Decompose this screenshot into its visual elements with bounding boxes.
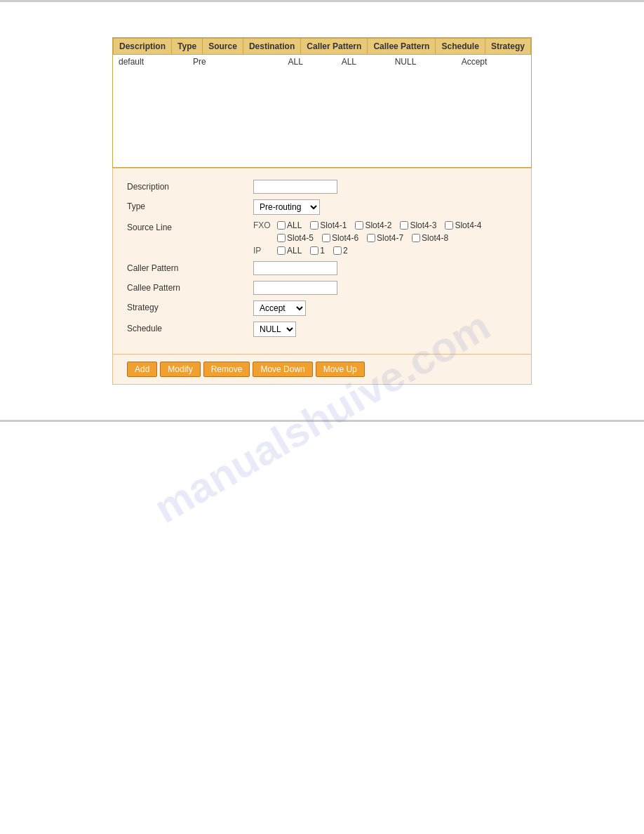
col-callee-pattern: Callee Pattern — [368, 39, 436, 55]
fxo-checkboxes-row1: ALL Slot4-1 Slot4-2 Slot4-3 Slot4-4 — [277, 220, 481, 230]
strategy-control: Accept Reject Redirect — [253, 300, 517, 316]
top-border — [0, 0, 644, 2]
cell-type: Pre — [187, 55, 237, 69]
type-control: Pre-routing Post-routing — [253, 199, 517, 215]
cell-callee-pattern: ALL — [336, 55, 389, 69]
cell-source — [236, 55, 260, 69]
ip-checkboxes: ALL 1 2 — [277, 246, 348, 256]
fxo-slot41-item: Slot4-1 — [310, 220, 347, 230]
strategy-select[interactable]: Accept Reject Redirect — [253, 300, 306, 316]
fxo-all-checkbox[interactable] — [277, 221, 286, 230]
fxo-slot45-checkbox[interactable] — [277, 234, 286, 242]
ip-all-item: ALL — [277, 246, 302, 256]
source-line-control: FXO ALL Slot4-1 Slot4-2 Slot4-3 — [253, 220, 517, 256]
fxo-slot41-checkbox[interactable] — [310, 221, 318, 230]
call-routing-table-wrapper: Description Type Source Destination Call… — [112, 37, 532, 168]
col-schedule: Schedule — [436, 39, 485, 55]
fxo-slot46-item: Slot4-6 — [322, 233, 358, 243]
schedule-row: Schedule NULL — [127, 322, 517, 337]
col-type: Type — [172, 39, 203, 55]
description-input[interactable] — [253, 180, 337, 194]
description-control — [253, 180, 517, 194]
modify-button[interactable]: Modify — [160, 362, 200, 377]
fxo-slot48-checkbox[interactable] — [412, 234, 420, 242]
fxo-slot48-label: Slot4-8 — [422, 233, 448, 243]
bottom-border — [0, 420, 644, 422]
schedule-label: Schedule — [127, 322, 253, 333]
source-line-label: Source Line — [127, 220, 253, 232]
schedule-control: NULL — [253, 322, 517, 337]
ip-2-label: 2 — [343, 246, 348, 256]
callee-pattern-label: Callee Pattern — [127, 281, 253, 293]
table-body-area[interactable]: default Pre ALL ALL NULL Accept — [113, 55, 531, 167]
cell-destination — [260, 55, 283, 69]
col-destination: Destination — [243, 39, 300, 55]
type-label: Type — [127, 199, 253, 211]
fxo-slot41-label: Slot4-1 — [320, 220, 347, 230]
strategy-row: Strategy Accept Reject Redirect — [127, 300, 517, 316]
cell-caller-pattern: ALL — [283, 55, 336, 69]
type-select[interactable]: Pre-routing Post-routing — [253, 199, 320, 215]
col-strategy: Strategy — [485, 39, 530, 55]
form-section: Description Type Pre-routing Post-routin… — [112, 168, 532, 355]
fxo-slot47-label: Slot4-7 — [377, 233, 403, 243]
ip-2-item: 2 — [333, 246, 348, 256]
ip-2-checkbox[interactable] — [333, 246, 342, 255]
fxo-slot43-checkbox[interactable] — [400, 221, 408, 230]
fxo-all-item: ALL — [277, 220, 302, 230]
fxo-slot42-label: Slot4-2 — [365, 220, 391, 230]
col-description: Description — [114, 39, 172, 55]
ip-1-label: 1 — [320, 246, 325, 256]
callee-pattern-control — [253, 281, 517, 295]
fxo-slot46-label: Slot4-6 — [332, 233, 358, 243]
callee-pattern-input[interactable] — [253, 281, 337, 295]
fxo-slot44-item: Slot4-4 — [445, 220, 481, 230]
col-source: Source — [203, 39, 243, 55]
cell-description: default — [113, 55, 187, 69]
button-row: Add Modify Remove Move Down Move Up — [112, 355, 532, 385]
fxo-all-label: ALL — [287, 220, 302, 230]
table-row[interactable]: default Pre ALL ALL NULL Accept — [113, 55, 531, 69]
description-label: Description — [127, 180, 253, 192]
cell-schedule: NULL — [389, 55, 456, 69]
ip-all-checkbox[interactable] — [277, 246, 286, 255]
fxo-row2: Slot4-5 Slot4-6 Slot4-7 Slot4-8 — [253, 233, 517, 243]
caller-pattern-label: Caller Pattern — [127, 261, 253, 273]
cell-strategy: Accept — [456, 55, 531, 69]
strategy-label: Strategy — [127, 300, 253, 312]
fxo-row1: FXO ALL Slot4-1 Slot4-2 Slot4-3 — [253, 220, 517, 230]
col-caller-pattern: Caller Pattern — [301, 39, 368, 55]
fxo-slot42-item: Slot4-2 — [355, 220, 391, 230]
fxo-label: FXO — [253, 220, 274, 230]
fxo-slot46-checkbox[interactable] — [322, 234, 330, 242]
move-up-button[interactable]: Move Up — [316, 362, 365, 377]
fxo-checkboxes-row2: Slot4-5 Slot4-6 Slot4-7 Slot4-8 — [277, 233, 448, 243]
fxo-slot43-label: Slot4-3 — [410, 220, 436, 230]
move-down-button[interactable]: Move Down — [253, 362, 312, 377]
type-row: Type Pre-routing Post-routing — [127, 199, 517, 215]
description-row: Description — [127, 180, 517, 194]
fxo-slot48-item: Slot4-8 — [412, 233, 448, 243]
fxo-slot47-checkbox[interactable] — [367, 234, 375, 242]
remove-button[interactable]: Remove — [203, 362, 250, 377]
ip-all-label: ALL — [287, 246, 302, 256]
schedule-select[interactable]: NULL — [253, 322, 296, 337]
caller-pattern-row: Caller Pattern — [127, 261, 517, 275]
caller-pattern-input[interactable] — [253, 261, 337, 275]
call-routing-table: Description Type Source Destination Call… — [113, 38, 531, 55]
fxo-slot42-checkbox[interactable] — [355, 221, 363, 230]
add-button[interactable]: Add — [127, 362, 157, 377]
ip-1-item: 1 — [310, 246, 325, 256]
fxo-slot47-item: Slot4-7 — [367, 233, 403, 243]
fxo-slot44-label: Slot4-4 — [455, 220, 481, 230]
fxo-slot45-label: Slot4-5 — [287, 233, 314, 243]
source-line-row: Source Line FXO ALL Slot4-1 Slot4-2 — [127, 220, 517, 256]
ip-1-checkbox[interactable] — [310, 246, 318, 255]
fxo-slot44-checkbox[interactable] — [445, 221, 453, 230]
fxo-slot43-item: Slot4-3 — [400, 220, 436, 230]
callee-pattern-row: Callee Pattern — [127, 281, 517, 295]
ip-label: IP — [253, 246, 274, 256]
table-body-table: default Pre ALL ALL NULL Accept — [113, 55, 531, 69]
ip-row: IP ALL 1 2 — [253, 246, 517, 256]
fxo-slot45-item: Slot4-5 — [277, 233, 314, 243]
